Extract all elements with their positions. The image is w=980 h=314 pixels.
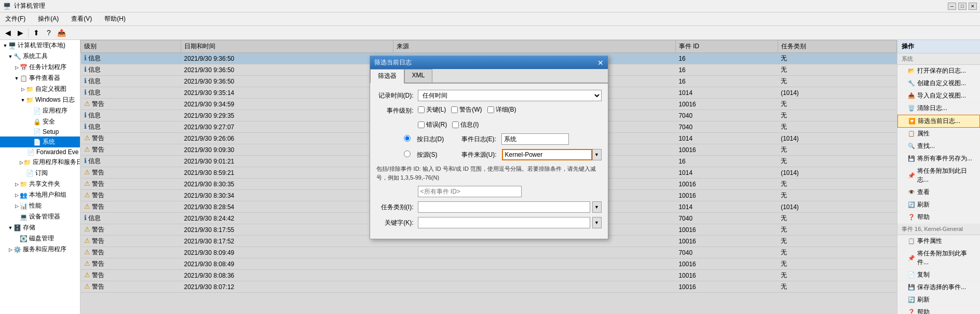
tree-root[interactable]: ▼ 🖥️ 计算机管理(本地) [0, 40, 80, 51]
checkbox-info-input[interactable] [452, 121, 459, 128]
modal-title: 筛选当前日志 [374, 58, 412, 67]
forward-button[interactable]: ▶ [15, 27, 26, 38]
action-save-all-events[interactable]: 💾 将所有事件另存为... [897, 153, 980, 165]
action-label: 属性 [917, 129, 930, 138]
tab-xml[interactable]: XML [404, 69, 433, 83]
checkbox-error-input[interactable] [418, 121, 425, 128]
tree-disk-management[interactable]: 💽 磁盘管理 [0, 233, 80, 244]
tree-event-viewer[interactable]: ▼ 📋 事件查看器 [0, 73, 80, 84]
tree-icon: 🗄️ [13, 224, 21, 231]
help-toolbar-button[interactable]: ? [43, 27, 55, 38]
checkbox-verbose-input[interactable] [487, 106, 494, 113]
checkbox-critical-input[interactable] [418, 106, 425, 113]
tree-system[interactable]: 📄 系统 [0, 136, 80, 147]
title-bar-controls: ─ □ ✕ [948, 3, 977, 10]
action-open-saved-log[interactable]: 📂 打开保存的日志... [897, 65, 980, 77]
menu-help[interactable]: 帮助(H) [101, 13, 129, 24]
tree-local-users[interactable]: ▷ 👥 本地用户和组 [0, 189, 80, 200]
back-button[interactable]: ◀ [2, 27, 13, 38]
tree-label: 磁盘管理 [29, 234, 54, 243]
tree-system-tools[interactable]: ▼ 🔧 系统工具 [0, 51, 80, 62]
event-level-label: 事件级别: [376, 106, 418, 115]
menu-action[interactable]: 操作(A) [35, 13, 62, 24]
taskcategory-input[interactable] [418, 201, 590, 213]
tree-toggle: ▼ [7, 54, 13, 59]
action-filter-current-log[interactable]: 🔽 筛选当前日志... [897, 115, 980, 128]
tree-setup[interactable]: 📄 Setup [0, 127, 80, 136]
action-label: 保存选择的事件... [917, 283, 966, 292]
tree-label: 订阅 [35, 169, 48, 178]
checkbox-warning-input[interactable] [451, 106, 458, 113]
bylog-label[interactable]: 按日志(D) [417, 135, 458, 144]
action-refresh[interactable]: 🔄 刷新 [897, 199, 980, 211]
tree-icon: 📁 [26, 86, 34, 93]
tree-security[interactable]: 🔒 安全 [0, 116, 80, 127]
eventsource-dropdown-button[interactable]: ▼ [592, 149, 602, 160]
action-copy[interactable]: 📄 复制 [897, 269, 980, 281]
action-label: 导入自定义视图... [917, 91, 966, 100]
action-refresh2[interactable]: 🔄 刷新 [897, 294, 980, 306]
keyword-row: 关键字(K): ▼ [376, 217, 602, 228]
tree-task-scheduler[interactable]: ▷ 📅 任务计划程序 [0, 62, 80, 73]
checkbox-warning[interactable]: 警告(W) [451, 105, 482, 114]
tree-subscriptions[interactable]: 📄 订阅 [0, 168, 80, 179]
tree-storage[interactable]: ▼ 🗄️ 存储 [0, 222, 80, 233]
action-view[interactable]: 👁️ 查看 [897, 186, 980, 199]
action-section-system: 系统 [897, 53, 980, 65]
tree-forwarded-events[interactable]: 📄 Forwarded Eve [0, 147, 80, 157]
export-button[interactable]: 📤 [56, 27, 67, 38]
modal-tabs: 筛选器 XML [370, 69, 608, 84]
tree-toggle: ▼ [20, 98, 26, 103]
action-import-custom-view[interactable]: 📥 导入自定义视图... [897, 90, 980, 102]
action-create-custom-view[interactable]: 🔧 创建自定义视图... [897, 77, 980, 90]
up-button[interactable]: ⬆ [31, 27, 42, 38]
tree-device-manager[interactable]: 💻 设备管理器 [0, 211, 80, 222]
action-label: 将任务附加到此日志... [917, 167, 976, 184]
help2-icon: ❓ [908, 309, 915, 314]
bysource-radio[interactable] [404, 151, 411, 157]
action-find[interactable]: 🔍 查找... [897, 140, 980, 153]
tree-root-icon: 🖥️ [8, 42, 16, 49]
tree-app-service-logs[interactable]: ▷ 📁 应用程序和服务日志 [0, 157, 80, 168]
record-time-select[interactable]: 任何时间 [418, 90, 602, 101]
checkbox-error[interactable]: 错误(R) [418, 120, 447, 129]
bysource-label[interactable]: 按源(S) [417, 151, 458, 159]
tree-services[interactable]: ▷ ⚙️ 服务和应用程序 [0, 244, 80, 255]
menu-view[interactable]: 查看(V) [68, 13, 95, 24]
action-label: 复制 [917, 270, 930, 279]
checkbox-critical[interactable]: 关键(L) [418, 105, 446, 114]
minimize-button[interactable]: ─ [948, 3, 956, 10]
keyword-dropdown-button[interactable]: ▼ [592, 217, 602, 228]
keyword-input[interactable] [418, 217, 590, 228]
taskcategory-dropdown-button[interactable]: ▼ [592, 201, 602, 213]
action-attach-task-event[interactable]: 📌 将任务附加到此事件... [897, 248, 980, 269]
action-properties[interactable]: 📋 属性 [897, 128, 980, 140]
tab-filter[interactable]: 筛选器 [370, 69, 404, 84]
eventlog-input[interactable] [501, 133, 569, 145]
action-help2[interactable]: ❓ 帮助 [897, 306, 980, 314]
tree-toggle: ▼ [13, 76, 20, 81]
menu-file[interactable]: 文件(F) [2, 13, 29, 24]
modal-close-button[interactable]: ✕ [597, 59, 604, 67]
eventid-input[interactable] [418, 186, 522, 197]
action-event-properties[interactable]: 📋 事件属性 [897, 235, 980, 248]
bylog-radio[interactable] [404, 135, 411, 142]
tree-icon: 💻 [20, 213, 28, 221]
tree-icon: 📁 [23, 159, 31, 166]
toolbar: ◀ ▶ ⬆ ? 📤 [0, 26, 980, 40]
tree-icon: ⚙️ [13, 246, 21, 253]
tree-shared-folders[interactable]: ▷ 📁 共享文件夹 [0, 179, 80, 189]
action-save-selected[interactable]: 💾 保存选择的事件... [897, 281, 980, 294]
checkbox-verbose[interactable]: 详细(B) [487, 105, 516, 114]
eventsource-input[interactable] [502, 149, 592, 160]
action-help[interactable]: ❓ 帮助 [897, 211, 980, 224]
tree-windows-logs[interactable]: ▼ 📁 Windows 日志 [0, 94, 80, 105]
tree-application[interactable]: 📄 应用程序 [0, 105, 80, 116]
checkbox-info[interactable]: 信息(I) [452, 120, 479, 129]
maximize-button[interactable]: □ [958, 3, 967, 10]
tree-performance[interactable]: ▷ 📊 性能 [0, 200, 80, 211]
close-button[interactable]: ✕ [969, 3, 977, 10]
action-clear-log[interactable]: 🗑️ 清除日志... [897, 102, 980, 115]
action-attach-task-log[interactable]: 📌 将任务附加到此日志... [897, 165, 980, 186]
tree-custom-views[interactable]: ▷ 📁 自定义视图 [0, 84, 80, 94]
